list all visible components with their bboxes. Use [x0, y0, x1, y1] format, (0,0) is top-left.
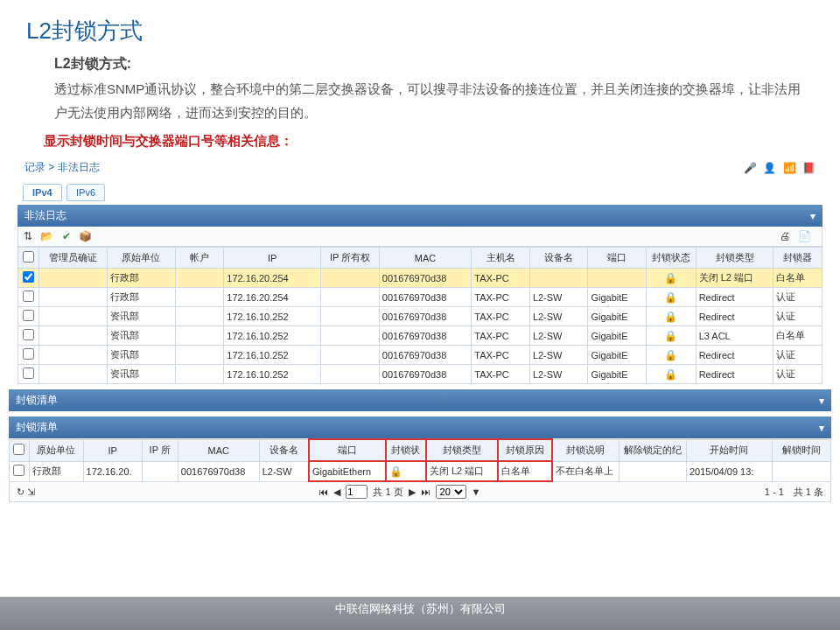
- column-header[interactable]: MAC: [178, 439, 259, 461]
- cell: 🔒: [647, 307, 696, 326]
- table-row[interactable]: 行政部172.16.20.254001676970d38TAX-PCL2-SWG…: [18, 288, 822, 307]
- next-page-icon[interactable]: ▶: [409, 486, 416, 498]
- column-header[interactable]: IP: [83, 439, 142, 461]
- cell: 001676970d38: [379, 346, 471, 365]
- panel-header-title-outer: 封锁清单: [16, 393, 58, 408]
- table-row[interactable]: 行政部 172.16.20. 001676970d38 L2-SW Gigabi…: [10, 461, 831, 481]
- page-input[interactable]: [346, 485, 368, 499]
- column-header[interactable]: 解除锁定的纪: [619, 439, 686, 461]
- row-checkbox[interactable]: [23, 310, 34, 321]
- cell-ip-owner: [142, 461, 178, 481]
- column-header[interactable]: MAC: [379, 248, 471, 269]
- folder-icon[interactable]: 📂: [40, 230, 53, 242]
- collapse-icon[interactable]: ▾: [810, 210, 816, 222]
- cell: 行政部: [108, 269, 176, 288]
- column-header[interactable]: IP 所: [142, 439, 178, 461]
- cell-ip: 172.16.20.: [83, 461, 142, 481]
- cell: L3 ACL: [696, 326, 774, 346]
- lock-icon: 🔒: [389, 466, 402, 478]
- column-header[interactable]: 封锁状: [386, 439, 426, 461]
- cell: L2-SW: [529, 346, 588, 365]
- column-header[interactable]: 帐户: [175, 248, 223, 269]
- row-checkbox[interactable]: [13, 465, 24, 476]
- column-header[interactable]: 封锁类型: [696, 248, 774, 269]
- column-header[interactable]: 端口: [309, 439, 386, 461]
- column-header[interactable]: 封锁状态: [647, 248, 696, 269]
- table-row[interactable]: 行政部172.16.20.254001676970d38TAX-PC🔒关闭 L2…: [18, 269, 822, 288]
- cell: 行政部: [108, 288, 176, 307]
- column-header[interactable]: 封锁器: [774, 248, 822, 269]
- panel-header-title-inner: 封锁清单: [16, 420, 58, 435]
- cell: 认证: [774, 288, 822, 307]
- cell: [175, 326, 223, 346]
- cell: 认证: [774, 365, 822, 384]
- table-row[interactable]: 资讯部172.16.10.252001676970d38TAX-PCL2-SWG…: [18, 346, 822, 365]
- cell: 资讯部: [108, 307, 176, 326]
- tab-ipv4[interactable]: IPv4: [23, 184, 62, 201]
- cell: GigabitE: [588, 365, 647, 384]
- panel-header-block-list-outer: 封锁清单 ▾: [9, 389, 831, 411]
- cell: TAX-PC: [472, 365, 530, 384]
- cell: TAX-PC: [472, 288, 530, 307]
- column-header[interactable]: [10, 439, 30, 461]
- cell: [39, 365, 108, 384]
- column-header[interactable]: 管理员确证: [39, 248, 108, 269]
- cell-unit: 行政部: [29, 461, 83, 481]
- cell: [18, 365, 39, 384]
- row-checkbox[interactable]: [23, 290, 34, 302]
- row-checkbox[interactable]: [23, 329, 34, 340]
- collapse-icon[interactable]: ▾: [819, 395, 824, 407]
- cell: TAX-PC: [472, 269, 530, 288]
- last-page-icon[interactable]: ⏭: [421, 486, 430, 497]
- column-header[interactable]: 封锁类型: [426, 439, 499, 461]
- column-header[interactable]: 原始单位: [108, 248, 176, 269]
- cell: Redirect: [696, 346, 774, 365]
- column-header[interactable]: [18, 248, 39, 269]
- table-row[interactable]: 资讯部172.16.10.252001676970d38TAX-PCL2-SWG…: [18, 307, 822, 326]
- sort-icon[interactable]: ⇅: [24, 230, 32, 242]
- tab-ipv6[interactable]: IPv6: [66, 184, 105, 201]
- column-header[interactable]: IP: [224, 248, 321, 269]
- select-all-checkbox[interactable]: [23, 251, 34, 262]
- cell: [175, 307, 223, 326]
- collapse-icon[interactable]: ▾: [819, 422, 824, 434]
- column-header[interactable]: 原始单位: [29, 439, 83, 461]
- mic-icon[interactable]: 🎤: [744, 162, 757, 174]
- row-checkbox[interactable]: [23, 271, 34, 283]
- crumb-illegal-log[interactable]: 非法日志: [58, 161, 100, 173]
- check-icon[interactable]: ✔: [62, 230, 71, 242]
- column-header[interactable]: 封锁说明: [552, 439, 619, 461]
- cell: 白名单: [774, 269, 822, 288]
- cell: [321, 346, 380, 365]
- column-header[interactable]: 设备名: [529, 248, 588, 269]
- package-icon[interactable]: 📦: [79, 230, 92, 242]
- page-size-select[interactable]: 20: [436, 485, 466, 499]
- print-icon[interactable]: 🖨: [780, 230, 790, 242]
- rss-icon[interactable]: 📶: [783, 162, 796, 174]
- cell: L2-SW: [529, 365, 588, 384]
- column-header[interactable]: 设备名: [259, 439, 309, 461]
- first-page-icon[interactable]: ⏮: [318, 486, 328, 497]
- row-checkbox[interactable]: [23, 368, 34, 379]
- user-icon[interactable]: 👤: [763, 162, 776, 174]
- book-icon[interactable]: 📕: [802, 162, 816, 174]
- column-header[interactable]: 主机名: [472, 248, 530, 269]
- select-all-checkbox[interactable]: [13, 444, 24, 455]
- column-header[interactable]: 解锁时间: [772, 439, 830, 461]
- column-header[interactable]: IP 所有权: [321, 248, 380, 269]
- crumb-records[interactable]: 记录: [24, 161, 46, 173]
- column-header[interactable]: 封锁原因: [498, 439, 552, 461]
- cell: [321, 365, 380, 384]
- cell: 🔒: [647, 326, 696, 346]
- cell: Redirect: [696, 307, 774, 326]
- table-row[interactable]: 资讯部172.16.10.252001676970d38TAX-PCL2-SWG…: [18, 326, 822, 346]
- export-icon[interactable]: ⇲: [27, 486, 35, 497]
- table-row[interactable]: 资讯部172.16.10.252001676970d38TAX-PCL2-SWG…: [18, 365, 822, 384]
- export-icon[interactable]: 📄: [798, 230, 811, 242]
- column-header[interactable]: 端口: [588, 248, 647, 269]
- cell: L2-SW: [529, 326, 588, 346]
- refresh-icon[interactable]: ↻: [17, 486, 24, 497]
- row-checkbox[interactable]: [23, 348, 34, 360]
- prev-page-icon[interactable]: ◀: [333, 486, 340, 498]
- column-header[interactable]: 开始时间: [686, 439, 772, 461]
